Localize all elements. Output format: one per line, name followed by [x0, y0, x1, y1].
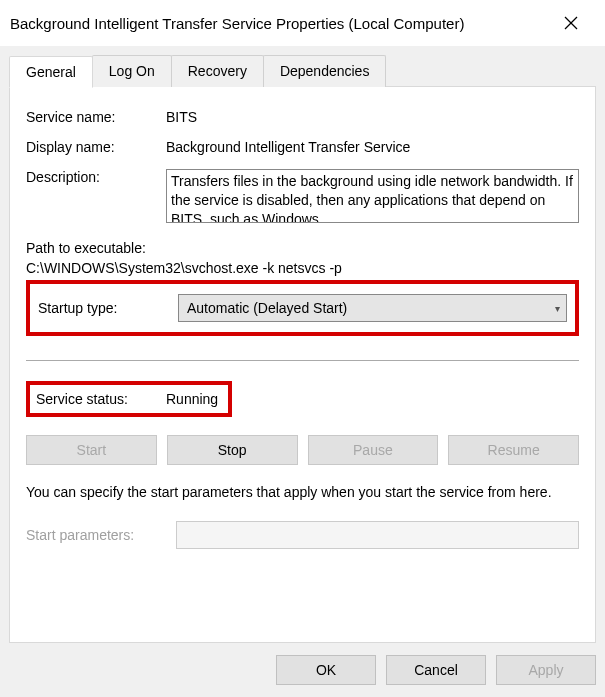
chevron-down-icon: ▾	[555, 303, 560, 314]
tab-logon[interactable]: Log On	[92, 55, 172, 87]
divider	[26, 360, 579, 361]
service-name-label: Service name:	[26, 109, 166, 125]
tab-panel-general: Service name: BITS Display name: Backgro…	[9, 86, 596, 643]
startup-highlight: Startup type: Automatic (Delayed Start) …	[26, 280, 579, 336]
start-params-input	[176, 521, 579, 549]
start-params-note: You can specify the start parameters tha…	[26, 483, 579, 503]
status-highlight: Service status: Running	[26, 381, 232, 417]
description-textarea[interactable]	[166, 169, 579, 223]
startup-type-select[interactable]: Automatic (Delayed Start) ▾	[178, 294, 567, 322]
tab-general[interactable]: General	[9, 56, 93, 88]
display-name-value: Background Intelligent Transfer Service	[166, 139, 579, 155]
description-label: Description:	[26, 169, 166, 185]
window-title: Background Intelligent Transfer Service …	[10, 15, 464, 32]
tab-recovery[interactable]: Recovery	[171, 55, 264, 87]
tab-dependencies[interactable]: Dependencies	[263, 55, 387, 87]
apply-button: Apply	[496, 655, 596, 685]
service-status-value: Running	[166, 391, 218, 407]
close-button[interactable]	[551, 8, 591, 38]
resume-button: Resume	[448, 435, 579, 465]
start-params-label: Start parameters:	[26, 527, 176, 543]
ok-button[interactable]: OK	[276, 655, 376, 685]
path-value: C:\WINDOWS\System32\svchost.exe -k netsv…	[26, 260, 579, 276]
close-icon	[564, 16, 578, 30]
start-button: Start	[26, 435, 157, 465]
tab-strip: General Log On Recovery Dependencies	[9, 55, 596, 87]
stop-button[interactable]: Stop	[167, 435, 298, 465]
service-status-label: Service status:	[36, 391, 166, 407]
startup-type-label: Startup type:	[38, 300, 178, 316]
path-label: Path to executable:	[26, 240, 579, 256]
startup-type-value: Automatic (Delayed Start)	[187, 300, 347, 316]
cancel-button[interactable]: Cancel	[386, 655, 486, 685]
pause-button: Pause	[308, 435, 439, 465]
display-name-label: Display name:	[26, 139, 166, 155]
service-name-value: BITS	[166, 109, 579, 125]
